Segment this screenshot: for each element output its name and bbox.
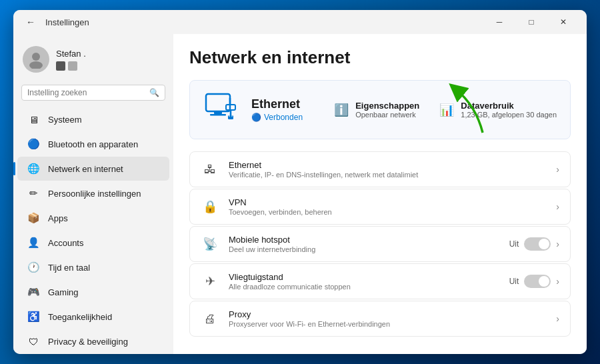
setting-text-vpn: VPN Toevoegen, verbinden, beheren [229,197,547,216]
chevron-icon-hotspot: › [556,239,559,249]
setting-item-vpn[interactable]: 🔒 VPN Toevoegen, verbinden, beheren › [189,189,571,225]
sidebar-item-toegankelijkheid[interactable]: ♿ Toegankelijkheid [17,305,169,329]
badge-dark [56,61,65,71]
sidebar-item-gaming[interactable]: 🎮 Gaming [17,280,169,304]
nav-label-gaming: Gaming [48,287,79,297]
setting-right-ethernet: › [556,164,559,175]
setting-title-ethernet: Ethernet [229,160,547,170]
setting-right-vliegtuig: Uit › [509,275,559,288]
close-button[interactable]: ✕ [548,11,579,33]
sidebar: Stefan . 🔍 🖥 Systeem 🔵 Bluetooth en appa… [13,34,173,354]
nav-icon-privacy: 🛡 [27,335,40,348]
prop-label: Eigenschappen [355,101,419,111]
sidebar-item-accounts[interactable]: 👤 Accounts [17,231,169,255]
nav-icon-accounts: 👤 [27,236,40,249]
nav-label-toegankelijkheid: Toegankelijkheid [48,312,112,322]
setting-sub-ethernet: Verificatie, IP- en DNS-instellingen, ne… [229,171,547,179]
badge-light [68,61,77,71]
user-info: Stefan . [56,49,86,71]
search-icon: 🔍 [149,88,159,97]
sidebar-item-systeem[interactable]: 🖥 Systeem [17,107,169,131]
setting-right-proxy: › [556,313,559,324]
nav-label-tijd: Tijd en taal [48,263,90,273]
svg-point-1 [29,61,43,69]
avatar [23,46,49,73]
setting-title-vliegtuig: Vliegtuigstand [229,272,500,282]
svg-rect-4 [210,114,226,116]
network-card[interactable]: Ethernet 🔵 Verbonden ℹ️ Eigenschappen Op… [189,80,571,139]
toggle-vliegtuig[interactable] [524,275,551,288]
setting-text-hotspot: Mobiele hotspot Deel uw internetverbindi… [229,235,500,253]
sidebar-item-netwerk[interactable]: 🌐 Netwerk en internet [17,157,169,181]
nav-icon-gaming: 🎮 [27,285,40,299]
toggle-label-vliegtuig: Uit [509,277,519,286]
setting-right-hotspot: Uit › [509,237,559,251]
nav-label-accounts: Accounts [48,238,83,248]
user-badges [56,61,86,71]
sidebar-item-persoonlijk[interactable]: ✏ Persoonlijke instellingen [17,181,169,205]
nav-icon-toegankelijkheid: ♿ [27,310,40,323]
setting-title-proxy: Proxy [229,309,547,319]
sidebar-item-bluetooth[interactable]: 🔵 Bluetooth en apparaten [17,132,169,156]
setting-text-vliegtuig: Vliegtuigstand Alle draadloze communicat… [229,272,500,291]
setting-sub-vpn: Toevoegen, verbinden, beheren [229,208,547,216]
sidebar-item-privacy[interactable]: 🛡 Privacy & beveiliging [17,329,169,353]
svg-rect-3 [214,111,222,114]
maximize-button[interactable]: □ [516,11,547,33]
setting-icon-proxy: 🖨 [201,309,219,328]
network-status: 🔵 Verbonden [251,113,321,122]
sidebar-item-apps[interactable]: 📦 Apps [17,206,169,230]
chevron-icon-ethernet: › [556,164,559,175]
setting-text-proxy: Proxy Proxyserver voor Wi-Fi- en Etherne… [229,309,547,328]
network-info: Ethernet 🔵 Verbonden [251,97,321,122]
window-controls: ─ □ ✕ [484,11,579,33]
toggle-label-hotspot: Uit [509,239,519,249]
main-content: Netwerk en internet [173,34,587,354]
nav-icon-systeem: 🖥 [27,113,40,126]
setting-text-ethernet: Ethernet Verificatie, IP- en DNS-instell… [229,160,547,179]
nav-label-netwerk: Netwerk en internet [48,164,123,174]
setting-title-hotspot: Mobiele hotspot [229,235,500,245]
page-title: Netwerk en internet [189,47,571,68]
nav-list: 🖥 Systeem 🔵 Bluetooth en apparaten 🌐 Net… [13,107,173,353]
titlebar: ← Instellingen ─ □ ✕ [13,10,587,34]
settings-list: 🖧 Ethernet Verificatie, IP- en DNS-inste… [189,151,571,337]
toggle-hotspot[interactable] [524,237,551,251]
setting-item-vliegtuig[interactable]: ✈ Vliegtuigstand Alle draadloze communic… [189,263,571,299]
prop-sub: Openbaar netwerk [355,111,419,119]
search-input[interactable] [27,88,145,97]
nav-label-bluetooth: Bluetooth en apparaten [48,139,138,149]
back-button[interactable]: ← [21,13,40,31]
setting-item-hotspot[interactable]: 📡 Mobiele hotspot Deel uw internetverbin… [189,226,571,262]
setting-sub-vliegtuig: Alle draadloze communicatie stoppen [229,283,500,291]
setting-sub-proxy: Proxyserver voor Wi-Fi- en Ethernet-verb… [229,320,547,328]
nav-icon-persoonlijk: ✏ [27,187,40,200]
nav-icon-netwerk: 🌐 [27,162,40,175]
chevron-icon-proxy: › [556,313,559,324]
minimize-button[interactable]: ─ [484,11,515,33]
window-content: Stefan . 🔍 🖥 Systeem 🔵 Bluetooth en appa… [13,34,587,354]
nav-label-systeem: Systeem [48,115,82,125]
green-arrow [436,79,496,139]
setting-icon-vliegtuig: ✈ [201,272,219,291]
nav-icon-bluetooth: 🔵 [27,137,40,151]
chevron-icon-vpn: › [556,201,559,212]
setting-sub-hotspot: Deel uw internetverbinding [229,245,500,253]
nav-label-apps: Apps [48,213,68,223]
user-profile[interactable]: Stefan . [13,39,173,82]
user-name: Stefan . [56,49,86,59]
ethernet-icon [203,91,238,128]
setting-item-proxy[interactable]: 🖨 Proxy Proxyserver voor Wi-Fi- en Ether… [189,301,571,337]
sidebar-item-tijd[interactable]: 🕐 Tijd en taal [17,255,169,279]
setting-item-ethernet[interactable]: 🖧 Ethernet Verificatie, IP- en DNS-inste… [189,151,571,187]
search-box[interactable]: 🔍 [21,85,165,101]
setting-icon-ethernet: 🖧 [201,160,219,179]
prop-eigenschappen-text: Eigenschappen Openbaar netwerk [355,101,419,119]
setting-right-vpn: › [556,201,559,212]
nav-label-privacy: Privacy & beveiliging [48,337,128,347]
svg-point-0 [32,53,40,61]
setting-icon-hotspot: 📡 [201,235,219,253]
setting-icon-vpn: 🔒 [201,197,219,216]
settings-window: ← Instellingen ─ □ ✕ Stefan . [13,10,587,354]
prop-eigenschappen[interactable]: ℹ️ Eigenschappen Openbaar netwerk [334,101,419,119]
